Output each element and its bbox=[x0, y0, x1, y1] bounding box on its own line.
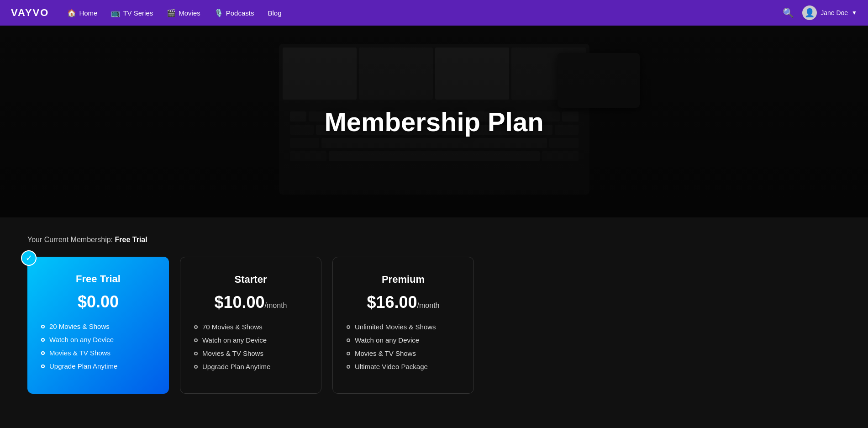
bullet-icon bbox=[347, 365, 350, 369]
plan-name-premium: Premium bbox=[347, 274, 460, 285]
nav-links: 🏠 Home 📺 TV Series 🎬 Movies 🎙️ Podcasts … bbox=[67, 9, 783, 17]
feature-item: Watch on any Device bbox=[347, 336, 460, 344]
username: Jane Doe bbox=[821, 9, 848, 16]
plan-price-premium: $16.00/month bbox=[347, 293, 460, 312]
home-icon: 🏠 bbox=[67, 9, 76, 17]
bullet-icon bbox=[347, 352, 350, 355]
bullet-icon bbox=[41, 351, 45, 355]
nav-right: 🔍 👤 Jane Doe ▼ bbox=[783, 5, 857, 20]
bullet-icon bbox=[41, 338, 45, 342]
feature-item: Upgrade Plan Anytime bbox=[41, 362, 155, 370]
feature-item: 70 Movies & Shows bbox=[194, 323, 307, 331]
brand-logo[interactable]: VAYVO bbox=[11, 7, 49, 19]
price-value-free: $0.00 bbox=[78, 292, 119, 311]
nav-tv-label: TV Series bbox=[123, 9, 153, 17]
feature-item: Unlimited Movies & Shows bbox=[347, 323, 460, 331]
feature-item: Movies & TV Shows bbox=[194, 349, 307, 357]
podcasts-icon: 🎙️ bbox=[214, 9, 223, 17]
pricing-cards: ✓ Free Trial $0.00 20 Movies & Shows Wat… bbox=[27, 257, 841, 394]
feature-item: 20 Movies & Shows bbox=[41, 322, 155, 330]
main-content: Your Current Membership: Free Trial ✓ Fr… bbox=[0, 217, 868, 428]
nav-tv-series[interactable]: 📺 TV Series bbox=[111, 9, 153, 17]
price-value-premium: $16.00 bbox=[367, 293, 417, 312]
bullet-icon bbox=[347, 338, 350, 342]
feature-item: Movies & TV Shows bbox=[347, 349, 460, 357]
current-membership-text: Your Current Membership: Free Trial bbox=[27, 236, 841, 244]
per-month-premium: /month bbox=[417, 301, 440, 309]
plan-name-starter: Starter bbox=[194, 274, 307, 285]
search-icon[interactable]: 🔍 bbox=[783, 7, 794, 18]
current-plan-badge: ✓ bbox=[21, 250, 37, 266]
hero-section: Membership Plan bbox=[0, 26, 868, 217]
feature-item: Watch on any Device bbox=[41, 336, 155, 343]
plan-features-free: 20 Movies & Shows Watch on any Device Mo… bbox=[41, 322, 155, 370]
feature-item: Upgrade Plan Anytime bbox=[194, 363, 307, 370]
chevron-down-icon: ▼ bbox=[852, 10, 857, 16]
feature-item: Watch on any Device bbox=[194, 336, 307, 344]
bullet-icon bbox=[194, 365, 198, 369]
feature-item: Movies & TV Shows bbox=[41, 349, 155, 357]
bullet-icon bbox=[194, 352, 198, 355]
plan-features-premium: Unlimited Movies & Shows Watch on any De… bbox=[347, 323, 460, 370]
bullet-icon bbox=[41, 325, 45, 328]
nav-home-label: Home bbox=[79, 9, 97, 17]
bullet-icon bbox=[194, 338, 198, 342]
plan-card-free-trial[interactable]: ✓ Free Trial $0.00 20 Movies & Shows Wat… bbox=[27, 257, 169, 394]
nav-podcasts[interactable]: 🎙️ Podcasts bbox=[214, 9, 254, 17]
nav-podcasts-label: Podcasts bbox=[226, 9, 254, 17]
tv-icon: 📺 bbox=[111, 9, 120, 17]
bullet-icon bbox=[194, 325, 198, 329]
membership-label: Your Current Membership: bbox=[27, 236, 113, 243]
price-value-starter: $10.00 bbox=[214, 293, 264, 312]
bullet-icon bbox=[41, 365, 45, 368]
plan-features-starter: 70 Movies & Shows Watch on any Device Mo… bbox=[194, 323, 307, 370]
movies-icon: 🎬 bbox=[167, 9, 176, 17]
bullet-icon bbox=[347, 325, 350, 329]
plan-card-premium[interactable]: Premium $16.00/month Unlimited Movies & … bbox=[332, 257, 474, 394]
nav-blog-label: Blog bbox=[268, 9, 281, 17]
avatar: 👤 bbox=[802, 5, 817, 20]
plan-name-free: Free Trial bbox=[41, 273, 155, 285]
plan-price-starter: $10.00/month bbox=[194, 293, 307, 312]
navbar: VAYVO 🏠 Home 📺 TV Series 🎬 Movies 🎙️ Pod… bbox=[0, 0, 868, 26]
nav-movies-label: Movies bbox=[179, 9, 200, 17]
plan-card-starter[interactable]: Starter $10.00/month 70 Movies & Shows W… bbox=[180, 257, 321, 394]
nav-blog[interactable]: Blog bbox=[268, 9, 281, 17]
page-title: Membership Plan bbox=[324, 106, 543, 137]
feature-item: Ultimate Video Package bbox=[347, 363, 460, 370]
user-menu[interactable]: 👤 Jane Doe ▼ bbox=[802, 5, 857, 20]
plan-price-free: $0.00 bbox=[41, 292, 155, 312]
per-month-starter: /month bbox=[265, 301, 287, 309]
nav-movies[interactable]: 🎬 Movies bbox=[167, 9, 200, 17]
nav-home[interactable]: 🏠 Home bbox=[67, 9, 97, 17]
membership-value: Free Trial bbox=[115, 236, 147, 243]
